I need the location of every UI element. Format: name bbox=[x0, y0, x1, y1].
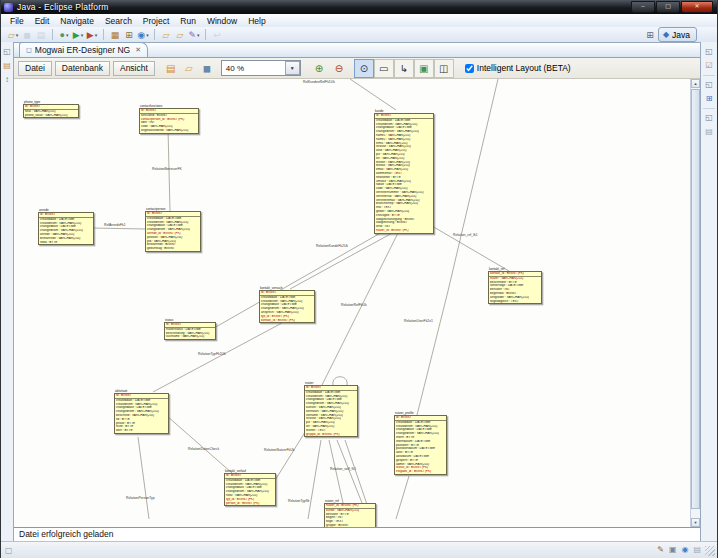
er-relation-line[interactable] bbox=[396, 476, 409, 519]
minimize-button[interactable]: – bbox=[631, 1, 655, 13]
tab-close-icon[interactable]: ✕ bbox=[135, 46, 141, 54]
restore-view-icon[interactable]: ◱ bbox=[705, 47, 713, 57]
er-entity-nutzer_profile[interactable]: nutzer_profileid : BIGINTcreateddate : D… bbox=[394, 415, 447, 475]
dropdown-arrow-icon[interactable]: ▾ bbox=[16, 32, 19, 38]
menu-navigate[interactable]: Navigate bbox=[55, 16, 99, 26]
hand-tool-icon[interactable]: ⊙ bbox=[354, 59, 374, 78]
close-button[interactable]: ✕ bbox=[681, 1, 713, 13]
er-entity-anrede[interactable]: anredeid : BIGINTcreateddate : DATETIMEc… bbox=[38, 212, 94, 245]
er-relation-line[interactable] bbox=[290, 231, 396, 289]
debug-icon[interactable]: ●▾ bbox=[57, 28, 71, 41]
er-entity-aktivitaet[interactable]: aktivitaetid : BIGINTcreateddate : DATET… bbox=[114, 393, 169, 434]
dropdown-arrow-icon[interactable]: ▾ bbox=[95, 32, 98, 38]
java-perspective-button[interactable]: ◆ Java bbox=[658, 27, 697, 42]
edit-mode-icon[interactable]: ✎ bbox=[657, 545, 664, 555]
status-message: Datei erfolgreich geladen bbox=[19, 529, 114, 539]
outline-icon[interactable]: ⊞ bbox=[706, 94, 713, 104]
open-type-icon[interactable]: ◉▾ bbox=[136, 28, 150, 41]
scroll-up-icon[interactable]: ▲ bbox=[691, 79, 700, 88]
run-icon[interactable]: ▶▾ bbox=[71, 28, 85, 41]
er-entity-contactfunctions[interactable]: contactfunctionsid : BIGINTfunctionid : … bbox=[139, 108, 199, 134]
open-resource2-icon[interactable]: ▱ bbox=[173, 28, 187, 41]
er-canvas[interactable]: RelKundenRefFk1UkRelationBetreuerFKRelAn… bbox=[14, 79, 700, 527]
problems-icon: ◱ bbox=[705, 113, 713, 122]
er-entity-phone_type[interactable]: phone_typeid : BIGINTtotal : VARCHAR(255… bbox=[23, 104, 79, 118]
dropdown-arrow-icon[interactable]: ▾ bbox=[66, 32, 69, 38]
entity-tool-icon[interactable]: ▭ bbox=[374, 59, 394, 78]
problems-icon[interactable]: ◱ bbox=[705, 113, 713, 123]
er-relation-line[interactable] bbox=[274, 429, 307, 482]
entity-title: kunde bbox=[375, 110, 383, 113]
zoom-in-icon[interactable]: ⊕ bbox=[311, 61, 327, 76]
new-wizard-icon[interactable]: ▱▾ bbox=[6, 28, 20, 41]
log-icon[interactable]: ▤ bbox=[693, 545, 701, 555]
er-relation-line[interactable] bbox=[167, 416, 232, 473]
open-model-icon[interactable]: ▱ bbox=[181, 61, 197, 76]
er-relation-line[interactable] bbox=[350, 79, 396, 110]
properties-icon[interactable]: ▤ bbox=[705, 127, 713, 137]
er-entity-kontakt_ref[interactable]: kontakt_refkontakt_id : BIGINT (FK)nutze… bbox=[488, 271, 542, 304]
er-entity-nutzer_ref[interactable]: nutzer_refnutzer_id : BIGINT (FK)kunde :… bbox=[324, 503, 376, 527]
restore-view-icon[interactable]: ◱ bbox=[3, 47, 11, 57]
menu-file[interactable]: File bbox=[5, 16, 29, 26]
external-tools-icon[interactable]: ▶▾ bbox=[85, 28, 99, 41]
menu-help[interactable]: Help bbox=[243, 16, 270, 26]
datenbank-button[interactable]: Datenbank bbox=[55, 61, 110, 76]
save-model-icon[interactable]: ◼ bbox=[199, 61, 215, 76]
er-entity-nutzer[interactable]: nutzerid : BIGINTcreateddate : DATETIMEc… bbox=[304, 385, 358, 437]
tasks-icon[interactable]: ☑ bbox=[705, 61, 712, 71]
er-relation-line[interactable] bbox=[92, 228, 145, 229]
editor-tab-label: Mogwai ER-Designer NG bbox=[35, 45, 130, 55]
comment-tool-icon[interactable]: ▣ bbox=[414, 59, 434, 78]
menu-edit[interactable]: Edit bbox=[30, 16, 55, 26]
er-relation-line[interactable] bbox=[333, 377, 347, 385]
dropdown-arrow-icon[interactable]: ▾ bbox=[197, 32, 200, 38]
overview-tool-icon[interactable]: ◫ bbox=[434, 59, 454, 78]
er-relation-label: RelationPersonTyp bbox=[126, 496, 155, 500]
er-status-bar: Datei erfolgreich geladen bbox=[14, 527, 700, 541]
scrollbar-thumb[interactable] bbox=[691, 89, 700, 509]
open-perspective-icon[interactable]: ⊞ bbox=[646, 30, 654, 40]
menu-project[interactable]: Project bbox=[138, 16, 174, 26]
er-entity-kontakt_versuch[interactable]: kontakt_versuchid : BIGINTcreateddate : … bbox=[259, 290, 315, 323]
vertical-scrollbar[interactable]: ▲ ▼ bbox=[690, 79, 700, 527]
menu-search[interactable]: Search bbox=[100, 16, 137, 26]
scroll-down-icon[interactable]: ▼ bbox=[691, 518, 700, 527]
er-entity-contactperson[interactable]: contactpersonid : BIGINTcreateddate : DA… bbox=[145, 211, 201, 252]
datei-button[interactable]: Datei bbox=[18, 61, 52, 76]
er-relation-line[interactable] bbox=[322, 231, 399, 385]
dropdown-arrow-icon[interactable]: ▾ bbox=[146, 32, 149, 38]
new-package-icon[interactable]: ⊞ bbox=[122, 28, 136, 41]
maximize-button[interactable]: ▢ bbox=[656, 1, 680, 13]
resize-grip[interactable] bbox=[705, 546, 715, 556]
mark-occurrences-icon[interactable]: ✎▾ bbox=[187, 28, 201, 41]
combo-arrow-icon[interactable]: ▼ bbox=[285, 61, 300, 75]
dropdown-arrow-icon[interactable]: ▾ bbox=[81, 32, 84, 38]
entity-row: originalkundenid : VARCHAR(255) bbox=[140, 129, 198, 133]
er-entity-kunde[interactable]: kundeid : BIGINTcreateddate : DATETIMEcr… bbox=[374, 113, 434, 234]
er-relation-label: Relation_self_fk1 bbox=[330, 467, 356, 471]
heap-icon: ▣ bbox=[669, 545, 677, 554]
ansicht-button[interactable]: Ansicht bbox=[113, 61, 155, 76]
relation-tool-icon[interactable]: ↳ bbox=[394, 59, 414, 78]
heap-icon[interactable]: ▣ bbox=[669, 545, 677, 555]
type-hierarchy-icon[interactable]: ↕ bbox=[5, 75, 9, 85]
menu-run[interactable]: Run bbox=[175, 16, 201, 26]
zoom-combo[interactable]: 40 % ▼ bbox=[221, 60, 301, 76]
package-explorer-icon[interactable]: ▤ bbox=[3, 61, 11, 71]
zoom-out-icon[interactable]: ⊖ bbox=[331, 61, 347, 76]
new-java-project-icon[interactable]: ▦ bbox=[108, 28, 122, 41]
restore-view-icon: ◱ bbox=[705, 47, 713, 56]
menu-window[interactable]: Window bbox=[202, 16, 242, 26]
network-icon[interactable]: ◉ bbox=[681, 545, 688, 555]
er-relation-line[interactable] bbox=[138, 437, 149, 519]
er-entity-status[interactable]: statusid : BIGINTnutzerstatus : DATETIME… bbox=[164, 322, 216, 340]
er-relation-line[interactable] bbox=[308, 440, 321, 519]
console-icon[interactable]: ◱ bbox=[705, 80, 713, 90]
new-model-icon[interactable]: ▤ bbox=[163, 61, 179, 76]
intelligent-layout-checkbox[interactable] bbox=[465, 64, 474, 73]
editor-tab[interactable]: ◻ Mogwai ER-Designer NG ✕ bbox=[19, 42, 148, 57]
overview-tool-icon: ◫ bbox=[439, 63, 448, 74]
er-entity-kontakt_verlauf[interactable]: kontakt_verlaufid : BIGINTcreateddate : … bbox=[224, 473, 276, 506]
open-resource-icon[interactable]: ▱ bbox=[159, 28, 173, 41]
